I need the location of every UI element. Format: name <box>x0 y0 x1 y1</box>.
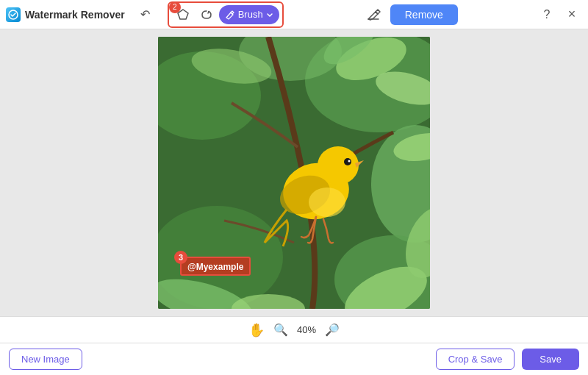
title-bar-center: Remove <box>362 4 458 26</box>
watermark-text: @Myexample <box>187 262 243 272</box>
zoom-level: 40% <box>297 324 316 335</box>
svg-point-20 <box>348 160 351 162</box>
help-button[interactable]: ? <box>537 4 557 25</box>
lasso-tool-button[interactable] <box>196 4 218 25</box>
remove-button[interactable]: Remove <box>390 4 458 25</box>
new-image-button[interactable]: New Image <box>9 349 82 370</box>
toolbar-group: 2 <box>168 1 284 28</box>
close-button[interactable]: × <box>562 4 582 25</box>
save-button[interactable]: Save <box>522 349 579 370</box>
zoom-bar: ✋ 🔍 40% 🔎 <box>0 316 588 343</box>
brush-tool-button[interactable]: Brush <box>219 5 279 24</box>
app-title: Watermark Remover <box>25 9 125 21</box>
svg-marker-1 <box>178 10 188 19</box>
footer-right: Crop & Save Save <box>436 349 579 370</box>
back-button[interactable]: ↶ <box>135 4 156 25</box>
brush-label: Brush <box>238 9 263 20</box>
title-bar: Watermark Remover ↶ 2 <box>0 0 588 29</box>
badge-3: 3 <box>174 251 187 264</box>
hand-tool-icon[interactable]: ✋ <box>248 322 265 338</box>
zoom-in-icon[interactable]: 🔍 <box>273 323 288 337</box>
main-content: 3 @Myexample <box>0 29 588 316</box>
toolbar: 2 <box>168 1 284 28</box>
title-bar-left: Watermark Remover ↶ 2 <box>6 1 284 28</box>
svg-point-16 <box>318 146 359 185</box>
title-bar-nav: ↶ <box>135 4 156 25</box>
footer-left: New Image <box>9 349 82 370</box>
title-bar-right: ? × <box>537 4 582 25</box>
crop-save-button[interactable]: Crop & Save <box>436 349 515 370</box>
logo-icon <box>6 7 21 22</box>
erase-button[interactable] <box>362 4 384 26</box>
watermark-box[interactable]: 3 @Myexample <box>180 257 251 276</box>
bird-image: 3 @Myexample <box>158 37 430 309</box>
zoom-out-icon[interactable]: 🔎 <box>325 323 340 337</box>
svg-point-19 <box>344 158 351 165</box>
svg-point-18 <box>309 188 345 217</box>
footer: New Image Crop & Save Save <box>0 343 588 375</box>
app-logo: Watermark Remover <box>6 7 125 22</box>
image-container: 3 @Myexample <box>158 37 430 309</box>
polygon-tool-button[interactable] <box>172 4 194 25</box>
